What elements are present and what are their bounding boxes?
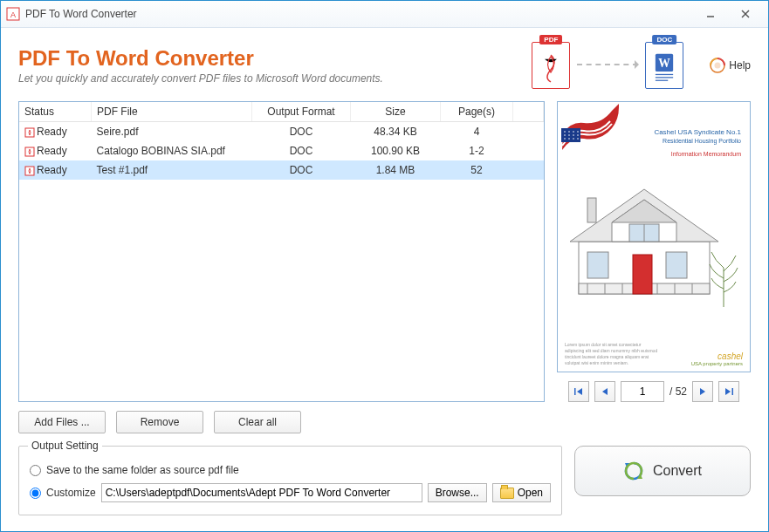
page-input[interactable]: [621, 381, 664, 402]
prev-page-button[interactable]: [594, 381, 615, 402]
svg-point-26: [573, 138, 574, 140]
first-page-button[interactable]: [568, 381, 589, 402]
radio-same-folder[interactable]: Save to the same folder as source pdf fi…: [30, 460, 551, 480]
close-button[interactable]: [728, 4, 763, 24]
lower-row: Output Setting Save to the same folder a…: [18, 446, 751, 515]
svg-text:W: W: [659, 57, 671, 70]
open-button[interactable]: Open: [492, 483, 551, 502]
convert-button[interactable]: Convert: [574, 446, 751, 496]
content: PDF To Word Converter Let you quickly an…: [1, 28, 768, 531]
cell-size: 48.34 KB: [351, 122, 441, 142]
cell-size: 100.90 KB: [351, 141, 441, 160]
header: PDF To Word Converter Let you quickly an…: [18, 42, 751, 89]
cell-format: DOC: [252, 141, 351, 160]
preview-pane: Cashel USA Syndicate No.1 Residential Ho…: [557, 101, 751, 372]
svg-point-16: [564, 131, 566, 133]
svg-rect-42: [587, 252, 608, 278]
refresh-icon: [623, 460, 644, 481]
next-page-button[interactable]: [692, 381, 713, 402]
convert-label: Convert: [653, 463, 702, 479]
svg-point-21: [568, 134, 570, 136]
workarea: Status PDF File Output Format Size Page(…: [18, 101, 751, 402]
pdf-icon: PDF: [532, 42, 570, 89]
page-total: / 52: [669, 385, 687, 398]
page-title: PDF To Word Converter: [18, 46, 532, 71]
col-format[interactable]: Output Format: [252, 102, 351, 122]
table-row[interactable]: ReadyTest #1.pdfDOC1.84 MB52: [19, 160, 544, 180]
svg-text:A: A: [10, 10, 16, 19]
help-button[interactable]: Help: [710, 58, 751, 73]
svg-point-17: [568, 131, 570, 133]
svg-rect-46: [574, 388, 576, 395]
pdf-file-icon: [24, 166, 35, 176]
radio-customize-row: Customize Browse... Open: [30, 483, 551, 502]
customize-label: Customize: [46, 487, 96, 499]
last-page-button[interactable]: [718, 381, 739, 402]
clear-all-button[interactable]: Clear all: [214, 411, 301, 433]
arrow-icon: [577, 64, 638, 67]
col-pages[interactable]: Page(s): [441, 102, 513, 122]
pdf-file-icon: [24, 127, 35, 138]
output-path-input[interactable]: [101, 483, 422, 502]
window-title: PDF To Word Converter: [25, 8, 137, 20]
svg-rect-43: [666, 252, 687, 278]
svg-point-25: [568, 138, 570, 140]
svg-rect-32: [587, 198, 596, 222]
svg-point-20: [564, 134, 566, 136]
svg-marker-50: [725, 388, 731, 395]
page-navigation: / 52: [558, 381, 750, 402]
col-file[interactable]: PDF File: [92, 102, 252, 122]
col-status[interactable]: Status: [19, 102, 92, 122]
cell-format: DOC: [252, 160, 351, 180]
radio-customize-input[interactable]: [30, 488, 41, 499]
col-scroll: [513, 102, 544, 122]
app-window: A PDF To Word Converter PDF To Word Conv…: [0, 0, 769, 532]
table-row[interactable]: ReadyCatalogo BOBINAS SIA.pdfDOC100.90 K…: [19, 141, 544, 160]
cell-file: Test #1.pdf: [92, 160, 252, 180]
cell-file: Seire.pdf: [92, 122, 252, 142]
help-label: Help: [729, 59, 751, 72]
svg-marker-48: [602, 388, 608, 395]
doc-icon: DOC W: [645, 42, 683, 89]
svg-marker-49: [700, 388, 705, 395]
svg-point-11: [715, 63, 721, 69]
cell-size: 1.84 MB: [351, 160, 441, 180]
folder-icon: [500, 488, 514, 499]
preview-title: Cashel USA Syndicate No.1 Residential Ho…: [654, 128, 741, 159]
svg-point-19: [577, 131, 579, 133]
cell-status: Ready: [19, 160, 92, 180]
cell-format: DOC: [252, 122, 351, 142]
cell-pages: 1-2: [441, 141, 513, 160]
svg-rect-51: [732, 388, 734, 395]
format-illustration: PDF DOC W: [532, 42, 683, 89]
titlebar: A PDF To Word Converter: [1, 1, 768, 28]
remove-button[interactable]: Remove: [116, 411, 203, 433]
svg-point-22: [573, 134, 574, 136]
preview-footer: Lorem ipsum dolor sit amet consectetur a…: [565, 342, 743, 366]
svg-point-27: [577, 138, 579, 140]
svg-marker-47: [577, 388, 582, 395]
radio-same-folder-input[interactable]: [30, 465, 41, 476]
svg-point-24: [564, 138, 566, 140]
app-icon: A: [6, 7, 20, 21]
flag-icon: [558, 102, 628, 154]
cell-pages: 4: [441, 122, 513, 142]
cell-file: Catalogo BOBINAS SIA.pdf: [92, 141, 252, 160]
table-header-row: Status PDF File Output Format Size Page(…: [19, 102, 544, 122]
svg-rect-44: [633, 255, 652, 294]
cell-status: Ready: [19, 122, 92, 142]
minimize-button[interactable]: [693, 4, 728, 24]
page-subtitle: Let you quickly and accurately convert P…: [18, 72, 532, 85]
cell-status: Ready: [19, 141, 92, 160]
add-files-button[interactable]: Add Files ...: [18, 411, 106, 433]
svg-point-18: [573, 131, 574, 133]
browse-button[interactable]: Browse...: [428, 483, 487, 502]
col-size[interactable]: Size: [351, 102, 441, 122]
table-row[interactable]: ReadySeire.pdfDOC48.34 KB4: [19, 122, 544, 142]
pdf-file-icon: [24, 147, 35, 157]
file-buttons: Add Files ... Remove Clear all: [18, 411, 751, 433]
svg-point-23: [577, 134, 579, 136]
file-list[interactable]: Status PDF File Output Format Size Page(…: [18, 101, 545, 402]
cell-pages: 52: [441, 160, 513, 180]
house-illustration: [561, 181, 746, 311]
